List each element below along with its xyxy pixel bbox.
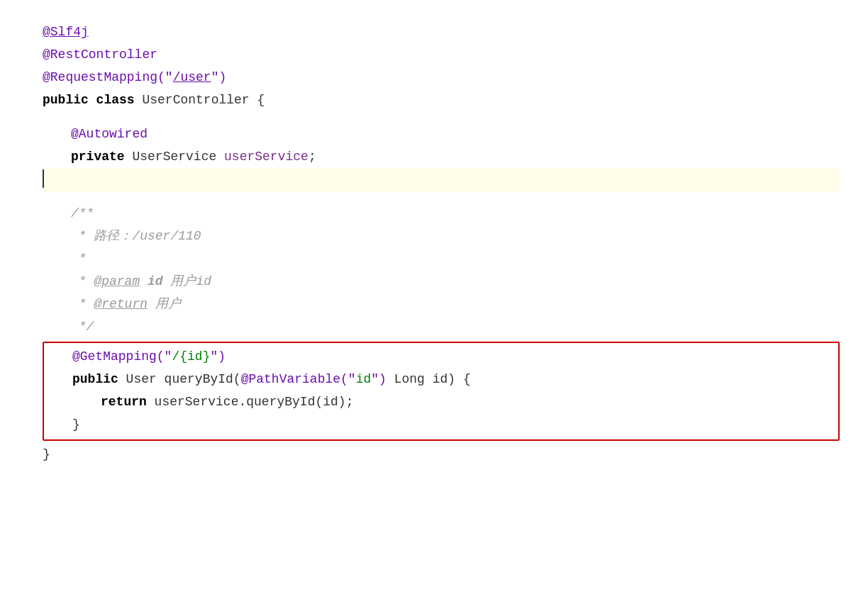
userservice-var: userService: [224, 147, 308, 167]
spacer-1: [43, 112, 840, 123]
line-javadoc-return: * @return 用户: [71, 293, 840, 316]
line-class-declaration: public class UserController {: [43, 89, 840, 112]
javadoc-return-tag: @return: [94, 294, 148, 315]
javadoc-star: *: [71, 249, 87, 269]
line-private-field: private UserService userService ;: [71, 146, 840, 169]
line-getmapping: @GetMapping("/{id}"): [72, 346, 838, 369]
slf4j-annotation: @Slf4j: [43, 22, 89, 43]
line-javadoc-param: * @param id 用户id: [71, 271, 840, 293]
javadoc-param-desc: 用户id: [163, 271, 211, 292]
public-keyword-method: public: [72, 369, 118, 390]
javadoc-param-space: [140, 271, 148, 292]
line-javadoc-star: *: [71, 248, 840, 271]
line-method-close: }: [72, 414, 838, 437]
line-method-signature: public User queryById( @PathVariable("id…: [72, 369, 838, 391]
line-javadoc-path: * 路径：/user/110: [71, 225, 840, 248]
method-params: Long id) {: [386, 369, 471, 390]
javadoc-path: * 路径：/user/110: [71, 226, 201, 247]
line-restcontroller: @RestController: [43, 44, 840, 67]
javadoc-open: /**: [71, 203, 94, 224]
pathvariable-annotation: @PathVariable("id"): [241, 369, 386, 390]
text-cursor: [43, 169, 44, 188]
spacer-2: [43, 191, 840, 203]
public-class-keyword: public class: [43, 90, 135, 111]
method-return-type: User queryById(: [118, 369, 241, 390]
code-editor: @Slf4j @RestController @RequestMapping("…: [0, 0, 868, 601]
line-slf4j: @Slf4j: [43, 21, 840, 44]
line-autowired: @Autowired: [71, 123, 840, 146]
line-javadoc-close: */: [71, 316, 840, 339]
method-close-brace: }: [72, 415, 80, 435]
slf4j-link[interactable]: @Slf4j: [43, 25, 89, 39]
line-cursor: [43, 169, 840, 191]
javadoc-param-prefix: *: [71, 271, 94, 292]
userservice-type: UserService: [125, 147, 224, 167]
line-return: return userService.queryById(id);: [101, 391, 838, 414]
line-class-close: }: [43, 444, 840, 466]
javadoc-param-tag: @param: [94, 271, 140, 292]
class-name: UserController {: [135, 90, 265, 111]
javadoc-close: */: [71, 317, 94, 337]
requestmapping-annotation: @RequestMapping("/user"): [43, 67, 226, 88]
highlighted-method-box: @GetMapping("/{id}") public User queryBy…: [43, 342, 840, 441]
line-javadoc-open: /**: [71, 203, 840, 225]
user-path-link[interactable]: /user: [173, 70, 211, 84]
return-expression: userService.queryById(id);: [147, 392, 354, 412]
restcontroller-annotation: @RestController: [43, 45, 157, 65]
getmapping-annotation: @GetMapping("/{id}"): [72, 347, 226, 367]
javadoc-return-prefix: *: [71, 294, 94, 315]
line-requestmapping: @RequestMapping("/user"): [43, 67, 840, 89]
javadoc-return-desc: 用户: [148, 294, 181, 315]
private-keyword: private: [71, 147, 125, 167]
return-keyword: return: [101, 392, 147, 412]
javadoc-param-name: id: [148, 271, 163, 292]
semicolon-1: ;: [308, 147, 316, 167]
class-close-brace: }: [43, 444, 50, 465]
autowired-annotation: @Autowired: [71, 124, 148, 145]
